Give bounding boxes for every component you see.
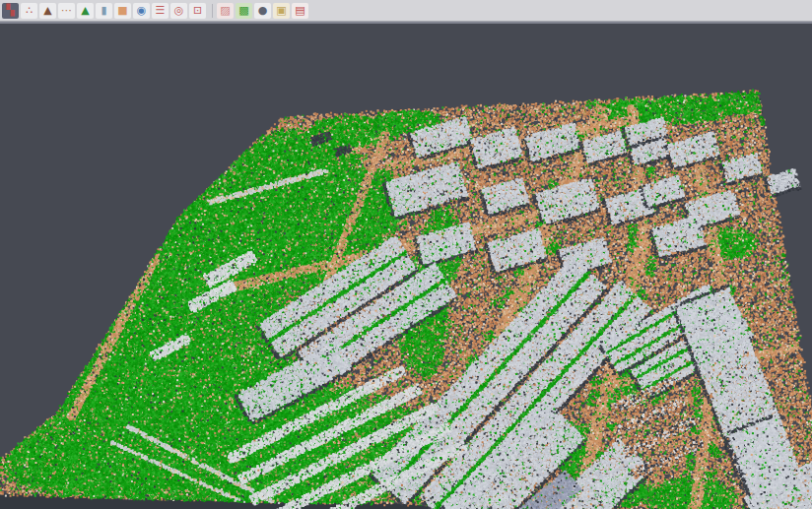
profile-points-icon[interactable]: ⋯ xyxy=(58,3,75,19)
dark-sphere-icon[interactable]: ● xyxy=(254,3,271,19)
red-white-card-icon[interactable]: ▤ xyxy=(292,3,308,19)
scatter-points-icon[interactable]: ∴ xyxy=(21,3,37,19)
3d-viewport[interactable] xyxy=(0,22,812,509)
classification-palette-icon[interactable]: ▩ xyxy=(236,3,252,19)
globe-icon[interactable]: ◉ xyxy=(133,3,150,19)
application-window: { "window": { "toolbar_bg": "#d5d5d9", "… xyxy=(0,0,812,509)
green-hill-icon[interactable]: ▲ xyxy=(77,3,94,19)
yellow-marks-icon[interactable]: ▣ xyxy=(273,3,290,19)
orange-square-icon[interactable]: ■ xyxy=(114,3,131,19)
crop-frame-icon[interactable]: ⊡ xyxy=(189,3,206,19)
toolbar-separator xyxy=(212,4,213,18)
point-cloud-canvas[interactable] xyxy=(0,24,812,509)
terrain-mound-icon[interactable]: ▲ xyxy=(39,3,56,19)
red-ring-icon[interactable]: ◎ xyxy=(170,3,187,19)
pink-grid-icon[interactable]: ▨ xyxy=(217,3,234,19)
ruler-icon[interactable]: ▮ xyxy=(96,3,112,19)
toolbar: ▚∴▲⋯▲▮■◉☰◎⊡▨▩●▣▤ xyxy=(0,0,812,22)
point-cloud-icon[interactable]: ▚ xyxy=(2,3,19,19)
red-layers-icon[interactable]: ☰ xyxy=(152,3,169,19)
